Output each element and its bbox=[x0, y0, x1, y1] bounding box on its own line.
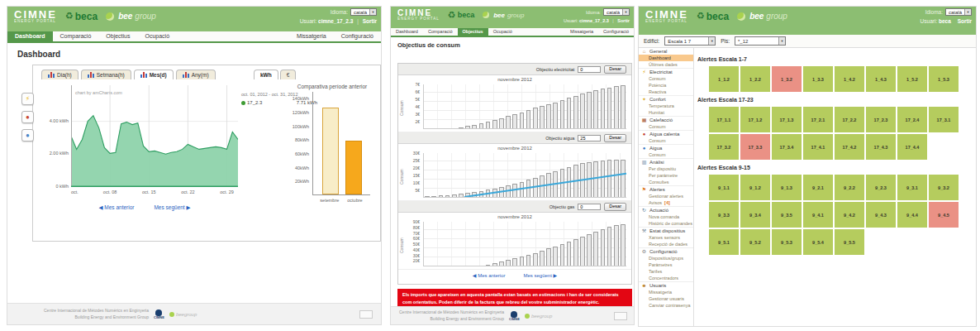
alert-cell-17-2-2[interactable]: 17_2.2 bbox=[835, 107, 864, 132]
alert-cell-9-3-2[interactable]: 9_3.2 bbox=[929, 175, 959, 200]
nav-item-objectius[interactable]: Objectius bbox=[458, 28, 488, 36]
alert-cell-17-1-3[interactable]: 17_1.3 bbox=[772, 107, 802, 132]
nav-item-missatgeria[interactable]: Missatgeria bbox=[565, 28, 598, 36]
alert-cell-17-2-3[interactable]: 17_2.3 bbox=[866, 107, 896, 132]
desar-button[interactable]: Desar bbox=[604, 134, 626, 142]
alert-cell-9-4-2[interactable]: 9_4.2 bbox=[835, 202, 864, 228]
pis-select[interactable]: *_12▼ bbox=[735, 36, 786, 46]
sidebar-item-potencia[interactable]: Potència bbox=[639, 82, 693, 89]
alert-cell-1-5-3[interactable]: 1_5.3 bbox=[929, 66, 959, 92]
alert-cell-17-3-4[interactable]: 17_3.4 bbox=[772, 134, 802, 160]
sortir-link[interactable]: Sortir bbox=[617, 18, 630, 23]
alert-cell-9-4-5[interactable]: 9_4.5 bbox=[929, 202, 959, 228]
alert-cell-17-2-1[interactable]: 17_2.1 bbox=[803, 107, 833, 132]
objective-input-objectiu-electricitat[interactable] bbox=[578, 66, 601, 73]
alert-cell-1-1-2[interactable]: 1_1.2 bbox=[709, 66, 739, 92]
desar-button[interactable]: Desar bbox=[604, 203, 626, 211]
objective-input-objectiu-aigua[interactable] bbox=[578, 135, 601, 142]
sidebar-item-gestionar-usuaris[interactable]: Gestionar usuaris bbox=[639, 295, 693, 302]
sortir-link[interactable]: Sortir bbox=[958, 18, 972, 24]
alert-cell-9-4-4[interactable]: 9_4.4 bbox=[897, 202, 927, 228]
alert-cell-1-3-2[interactable]: 1_3.2 bbox=[772, 66, 802, 92]
alert-cell-9-3-3[interactable]: 9_3.3 bbox=[709, 202, 739, 228]
nav-item-dashboard[interactable]: Dashboard bbox=[391, 28, 423, 36]
alert-cell-9-3-5[interactable]: 9_3.5 bbox=[772, 202, 802, 228]
alert-cell-17-3-2[interactable]: 17_3.2 bbox=[709, 134, 739, 160]
alert-cell-9-1-1[interactable]: 9_1.1 bbox=[709, 175, 739, 200]
sidebar-item-ultimes-dades[interactable]: Últimes dades bbox=[639, 61, 693, 68]
electricity-button[interactable]: ⚡ bbox=[21, 93, 34, 105]
alert-cell-17-1-1[interactable]: 17_1.1 bbox=[709, 107, 739, 132]
alert-cell-9-4-3[interactable]: 9_4.3 bbox=[866, 202, 896, 228]
sidebar-item-gestionar-alertes[interactable]: Gestionar alertes bbox=[639, 193, 693, 199]
sidebar-item-concentradors[interactable]: Concentradors bbox=[639, 275, 693, 281]
sidebar-item-reactiva[interactable]: Reactiva bbox=[639, 89, 693, 95]
unit-tab--[interactable]: € bbox=[280, 70, 297, 79]
sidebar-item-nova-comanda[interactable]: Nova comanda bbox=[639, 213, 693, 220]
sidebar-item-parametres[interactable]: Paràmetres bbox=[639, 261, 693, 268]
alert-cell-17-2-4[interactable]: 17_2.4 bbox=[897, 107, 927, 132]
alert-cell-9-2-1[interactable]: 9_2.1 bbox=[803, 175, 833, 200]
nav-item-missatgeria[interactable]: Missatgeria bbox=[289, 31, 334, 41]
alert-cell-9-5-5[interactable]: 9_5.5 bbox=[835, 229, 864, 255]
sidebar-item-historic-de-comandes[interactable]: Històric de comandes bbox=[639, 220, 693, 227]
sidebar-item-humitat[interactable]: Humitat bbox=[639, 109, 693, 116]
idioma-select[interactable]: català▼ bbox=[603, 8, 630, 16]
alert-cell-17-4-3[interactable]: 17_4.3 bbox=[866, 134, 896, 160]
sidebar-item-tarifes[interactable]: Tarifes bbox=[639, 268, 693, 275]
unit-tab-kwh[interactable]: kWh bbox=[254, 70, 278, 79]
hot-water-button[interactable]: ● bbox=[21, 111, 34, 123]
sidebar-item-per-parametre[interactable]: Per paràmetre bbox=[639, 172, 693, 179]
nav-item-objectius[interactable]: Objectius bbox=[98, 31, 137, 41]
nav-item-configuracio[interactable]: Configuració bbox=[334, 31, 381, 41]
nav-item-ocupacio[interactable]: Ocupació bbox=[138, 31, 178, 41]
alert-cell-9-2-2[interactable]: 9_2.2 bbox=[835, 175, 864, 200]
sidebar-item-consum[interactable]: Consum bbox=[639, 75, 693, 82]
tab-dia-h-[interactable]: Dia(h) bbox=[41, 70, 78, 79]
nav-item-configuracio[interactable]: Configuració bbox=[598, 28, 634, 36]
sidebar-item-consum[interactable]: Consum bbox=[639, 137, 693, 144]
alert-cell-1-5-2[interactable]: 1_5.2 bbox=[897, 66, 927, 92]
sidebar-item-dispositius-grups[interactable]: Dispositius/grups bbox=[639, 255, 693, 261]
alert-cell-17-4-4[interactable]: 17_4.4 bbox=[897, 134, 927, 160]
sidebar-item-xarxes-sensors[interactable]: Xarxes sensors bbox=[639, 234, 693, 241]
alert-cell-9-1-3[interactable]: 9_1.3 bbox=[772, 175, 802, 200]
sortir-link[interactable]: Sortir bbox=[363, 18, 377, 24]
alert-cell-17-4-2[interactable]: 17_4.2 bbox=[835, 134, 864, 160]
alert-cell-9-1-2[interactable]: 9_1.2 bbox=[740, 175, 770, 200]
edifici-select[interactable]: Escala 1 7▼ bbox=[664, 36, 716, 46]
tab-mes-d-[interactable]: Mes(d) bbox=[134, 70, 174, 79]
alert-cell-9-3-1[interactable]: 9_3.1 bbox=[897, 175, 927, 200]
idioma-select[interactable]: català▼ bbox=[350, 8, 377, 16]
alert-cell-17-4-1[interactable]: 17_4.1 bbox=[803, 134, 833, 160]
sidebar-item-missatgeria[interactable]: Missatgeria bbox=[639, 289, 693, 295]
nav-item-comparacio[interactable]: Comparació bbox=[423, 28, 458, 36]
sidebar-item-per-dispositiu[interactable]: Per dispositiu bbox=[639, 166, 693, 172]
nav-item-comparacio[interactable]: Comparació bbox=[53, 31, 99, 41]
desar-button[interactable]: Desar bbox=[604, 65, 626, 74]
sidebar-item-temperatura[interactable]: Temperatura bbox=[639, 103, 693, 109]
next-month-link[interactable]: Mes següent ▶ bbox=[154, 204, 190, 211]
nav-item-dashboard[interactable]: Dashboard bbox=[7, 31, 53, 41]
alert-cell-9-5-4[interactable]: 9_5.4 bbox=[803, 229, 833, 255]
prev-month-link[interactable]: ◀ Mes anterior bbox=[473, 272, 506, 278]
alert-cell-9-5-1[interactable]: 9_5.1 bbox=[709, 229, 739, 255]
alert-cell-9-5-2[interactable]: 9_5.2 bbox=[740, 229, 770, 255]
alert-cell-9-5-3[interactable]: 9_5.3 bbox=[772, 229, 802, 255]
sidebar-item-consultes[interactable]: Consultes bbox=[639, 179, 693, 185]
idioma-select[interactable]: català▼ bbox=[945, 8, 972, 16]
alert-cell-17-3-3[interactable]: 17_3.3 bbox=[740, 134, 770, 160]
objective-input-objectiu-gas[interactable] bbox=[578, 204, 601, 210]
sidebar-item-avisos[interactable]: Avisos[4] bbox=[639, 199, 693, 206]
cold-water-button[interactable]: ● bbox=[21, 129, 34, 142]
alert-cell-9-3-4[interactable]: 9_3.4 bbox=[740, 202, 770, 228]
next-month-link[interactable]: Mes següent ▶ bbox=[524, 272, 558, 278]
tab-setmana-h-[interactable]: Setmana(h) bbox=[81, 70, 131, 79]
nav-item-ocupacio[interactable]: Ocupació bbox=[488, 28, 517, 36]
sidebar-item-dashboard[interactable]: Dashboard bbox=[639, 55, 693, 61]
prev-month-link[interactable]: ◀ Mes anterior bbox=[99, 204, 135, 211]
sidebar-item-consum[interactable]: Consum bbox=[639, 123, 693, 130]
sidebar-item-canviar-contrasenya[interactable]: Canviar contrasenya bbox=[639, 302, 693, 309]
alert-cell-1-3-3[interactable]: 1_3.3 bbox=[803, 66, 833, 92]
sidebar-item-recepcio-de-dades[interactable]: Recepció de dades bbox=[639, 241, 693, 247]
